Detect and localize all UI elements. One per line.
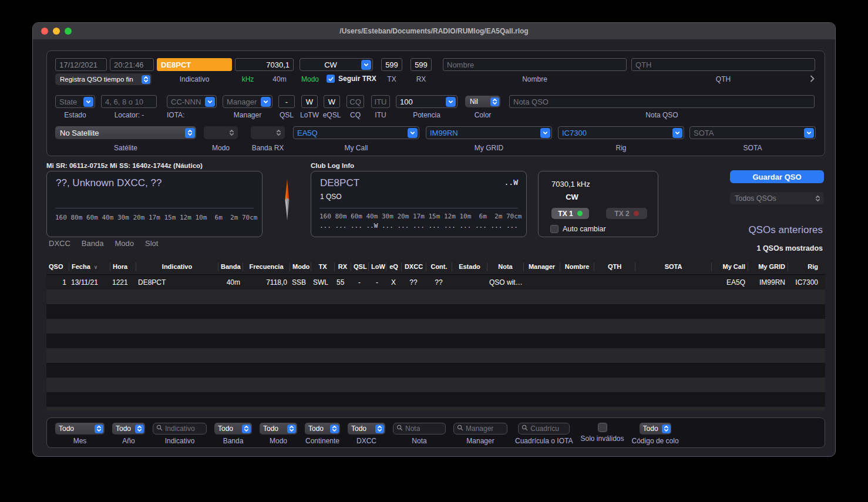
seguir-trx-checkbox[interactable] bbox=[327, 75, 335, 83]
column-header-estado[interactable]: Estado bbox=[452, 262, 487, 271]
qso-note-field[interactable] bbox=[509, 95, 815, 108]
rig-label: Rig bbox=[558, 144, 684, 152]
table-cell: SWL bbox=[311, 278, 334, 287]
column-header-cont-[interactable]: Cont. bbox=[426, 262, 452, 271]
my-grid-select[interactable]: IM99RN bbox=[426, 126, 552, 139]
column-header-manager[interactable]: Manager bbox=[523, 262, 560, 271]
sota-select[interactable]: SOTA bbox=[689, 126, 816, 139]
column-header-my-call[interactable]: My Call bbox=[711, 262, 748, 271]
cq-zone-field[interactable] bbox=[346, 95, 364, 108]
callsign-field[interactable] bbox=[157, 58, 232, 71]
frequency-field[interactable] bbox=[235, 58, 294, 71]
traffic-lights[interactable] bbox=[41, 28, 72, 35]
column-header-sota[interactable]: SOTA bbox=[635, 262, 711, 271]
filter-search-field[interactable]: Cuadrícu bbox=[518, 423, 570, 434]
column-header-low[interactable]: LoW bbox=[368, 262, 386, 271]
filter-popup[interactable]: Todo bbox=[55, 423, 105, 434]
column-header-frecuencia[interactable]: Frecuencia bbox=[243, 262, 290, 271]
rig-select[interactable]: IC7300 bbox=[558, 126, 684, 139]
zoom-window-button[interactable] bbox=[65, 28, 72, 35]
tab-dxcc[interactable]: DXCC bbox=[49, 239, 70, 248]
column-header-modo[interactable]: Modo bbox=[290, 262, 311, 271]
rst-tx-field[interactable] bbox=[381, 58, 402, 71]
table-cell: 1221 bbox=[110, 278, 136, 287]
filter-group: TodoAño bbox=[112, 423, 145, 447]
filter-label: Mes bbox=[73, 437, 87, 445]
filter-label: Año bbox=[122, 437, 134, 445]
filter-popup[interactable]: Todo bbox=[640, 423, 671, 434]
locator-field[interactable] bbox=[101, 95, 157, 108]
column-header-indicativo[interactable]: Indicativo bbox=[136, 262, 218, 271]
tab-banda[interactable]: Banda bbox=[82, 239, 104, 248]
name-field[interactable] bbox=[443, 58, 627, 71]
qsl-field[interactable] bbox=[278, 95, 295, 108]
state-select[interactable]: State bbox=[55, 95, 95, 108]
satellite-popup[interactable]: No Satellite bbox=[55, 126, 196, 139]
registra-qso-popup[interactable]: Registra QSO tiempo fin bbox=[55, 73, 152, 85]
table-row[interactable]: 113/11/211221DE8PCT40m7118,0SSBSWL55--X?… bbox=[46, 275, 825, 289]
tx2-button[interactable]: TX 2 bbox=[606, 208, 647, 219]
filter-popup[interactable]: Todo bbox=[112, 423, 145, 434]
clublog-bands-row: 160 80m 60m 40m 30m 20m 17m 15m 12m 10m … bbox=[319, 213, 522, 220]
filter-popup[interactable]: Todo bbox=[260, 423, 297, 434]
tab-modo[interactable]: Modo bbox=[115, 239, 134, 248]
mode-select[interactable]: CW bbox=[300, 58, 373, 71]
sort-descending-icon: ∨ bbox=[94, 264, 98, 270]
minimize-window-button[interactable] bbox=[53, 28, 60, 35]
column-header-dxcc[interactable]: DXCC bbox=[401, 262, 426, 271]
potencia-select[interactable]: 100 bbox=[396, 95, 457, 108]
column-header-nota[interactable]: Nota bbox=[487, 262, 523, 271]
filter-label: Modo bbox=[270, 437, 287, 445]
filter-bar: TodoMesTodoAñoIndicativoIndicativoTodoBa… bbox=[46, 417, 825, 448]
iota-select[interactable]: CC-NNN bbox=[167, 95, 217, 108]
chevron-down-icon bbox=[261, 97, 271, 107]
eqsl-field[interactable] bbox=[324, 95, 340, 108]
filter-popup[interactable]: Todo bbox=[305, 423, 340, 434]
tx1-button[interactable]: TX 1 bbox=[551, 208, 589, 219]
my-call-select[interactable]: EA5Q bbox=[293, 126, 419, 139]
filter-popup[interactable]: Todo bbox=[214, 423, 252, 434]
column-header-hora[interactable]: Hora bbox=[110, 262, 136, 271]
time-field[interactable] bbox=[110, 58, 154, 71]
filter-search-field[interactable]: Manager bbox=[453, 423, 507, 434]
filter-popup[interactable]: Todo bbox=[348, 423, 385, 434]
color-label: Color bbox=[465, 111, 500, 119]
column-header-qth[interactable]: QTH bbox=[594, 262, 635, 271]
column-header-tx[interactable]: TX bbox=[311, 262, 334, 271]
manager-select[interactable]: Manager bbox=[223, 95, 272, 108]
auto-cambiar-checkbox[interactable] bbox=[550, 225, 559, 233]
qth-field[interactable] bbox=[631, 58, 815, 71]
banda-rx-stepper[interactable] bbox=[251, 126, 285, 139]
column-header-rx[interactable]: RX bbox=[334, 262, 351, 271]
qso-table[interactable]: QSOFecha∨HoraIndicativoBandaFrecuenciaMo… bbox=[46, 259, 825, 410]
column-header-fecha[interactable]: Fecha∨ bbox=[69, 262, 110, 271]
sat-modo-stepper[interactable] bbox=[204, 126, 238, 139]
table-empty-row bbox=[46, 392, 825, 407]
window-title: /Users/Esteban/Documents/RADIO/RUMlog/EA… bbox=[339, 27, 528, 35]
table-empty-row bbox=[46, 407, 825, 410]
lotw-field[interactable] bbox=[301, 95, 318, 108]
compass-needle-icon bbox=[283, 179, 291, 220]
clublog-info-box: DE8PCT ..W 1 QSO 160 80m 60m 40m 30m 20m… bbox=[311, 171, 527, 237]
rst-rx-field[interactable] bbox=[411, 58, 432, 71]
filter-search-field[interactable]: Indicativo bbox=[153, 423, 207, 434]
column-header-my-grid[interactable]: My GRID bbox=[748, 262, 788, 271]
column-header-qsl[interactable]: QSL bbox=[351, 262, 368, 271]
disclosure-chevron-icon[interactable] bbox=[809, 75, 815, 85]
trx-mode: CW bbox=[551, 193, 593, 201]
column-header-eq[interactable]: eQ bbox=[386, 262, 401, 271]
color-popup[interactable]: Nil bbox=[465, 96, 500, 107]
date-field[interactable] bbox=[55, 58, 107, 71]
show-filter-popup[interactable]: Todos QSOs bbox=[730, 192, 824, 204]
save-qso-button[interactable]: Guardar QSO bbox=[730, 170, 824, 183]
filter-group: TodoMes bbox=[55, 423, 105, 447]
tab-slot[interactable]: Slot bbox=[145, 239, 158, 248]
column-header-nombre[interactable]: Nombre bbox=[560, 262, 594, 271]
column-header-banda[interactable]: Banda bbox=[218, 262, 243, 271]
column-header-qso[interactable]: QSO bbox=[46, 262, 69, 271]
column-header-rig[interactable]: Rig bbox=[788, 262, 820, 271]
filter-checkbox[interactable] bbox=[598, 423, 607, 432]
close-window-button[interactable] bbox=[41, 28, 48, 35]
filter-search-field[interactable]: Nota bbox=[393, 423, 446, 434]
itu-zone-field[interactable] bbox=[371, 95, 390, 108]
